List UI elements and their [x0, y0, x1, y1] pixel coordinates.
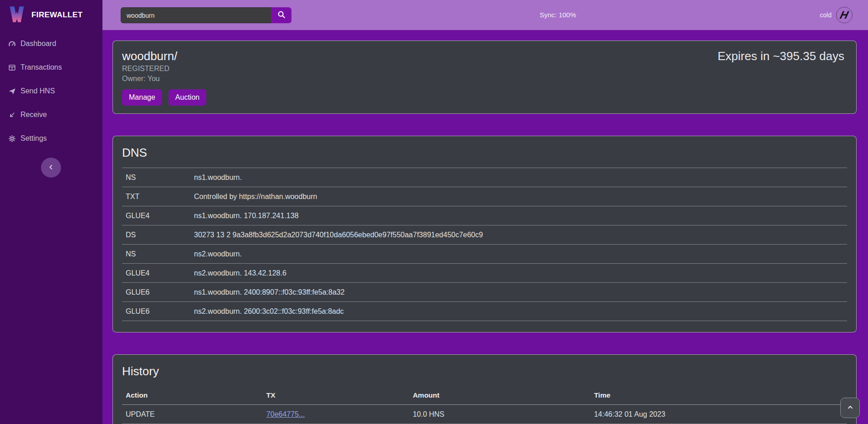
- sidebar-nav: Dashboard Transactions Send HNS: [0, 34, 102, 148]
- dns-record-row: DS 30273 13 2 9a3a8fb3d625d2a2073d740f10…: [122, 225, 847, 245]
- column-header-time: Time: [590, 386, 847, 405]
- column-header-action: Action: [122, 386, 263, 405]
- sidebar-item-send-hns[interactable]: Send HNS: [0, 81, 102, 101]
- firewallet-logo-icon: [8, 5, 26, 26]
- sidebar-item-settings[interactable]: Settings: [0, 128, 102, 148]
- record-type: GLUE4: [122, 206, 190, 225]
- collapse-sidebar-button[interactable]: [41, 158, 61, 178]
- send-icon: [8, 87, 16, 95]
- sidebar-item-label: Transactions: [20, 63, 62, 72]
- record-value: ns2.woodburn. 2600:3c02::f03c:93ff:fe5a:…: [190, 302, 847, 321]
- sidebar-item-label: Send HNS: [20, 87, 55, 95]
- scroll-top-button[interactable]: [840, 398, 860, 418]
- status-badge: REGISTERED: [122, 64, 206, 73]
- page-title: woodburn/: [122, 49, 206, 63]
- sidebar-item-label: Receive: [20, 111, 47, 119]
- tx-cell: 70e64775...: [263, 405, 409, 424]
- dns-record-row: GLUE4 ns2.woodburn. 143.42.128.6: [122, 264, 847, 283]
- history-header-row: Action TX Amount Time: [122, 386, 847, 405]
- dns-record-row: NS ns2.woodburn.: [122, 245, 847, 264]
- sidebar: FIREWALLET Dashboard Transactions: [0, 0, 102, 424]
- history-row: UPDATE 70e64775... 10.0 HNS 14:46:32 01 …: [122, 405, 847, 424]
- record-value: ns2.woodburn. 143.42.128.6: [190, 264, 847, 283]
- wallet-indicator: cold H: [820, 0, 853, 30]
- owner-label: Owner: You: [122, 74, 206, 83]
- record-type: NS: [122, 168, 190, 187]
- table-icon: [8, 64, 16, 72]
- chevron-left-icon: [47, 163, 55, 172]
- column-header-amount: Amount: [409, 386, 590, 405]
- dns-record-row: GLUE4 ns1.woodburn. 170.187.241.138: [122, 206, 847, 225]
- record-type: GLUE6: [122, 302, 190, 321]
- record-value: Controlled by https://nathan.woodburn: [190, 187, 847, 206]
- dns-table: NS ns1.woodburn. TXT Controlled by https…: [122, 168, 847, 321]
- search-input[interactable]: [121, 7, 271, 23]
- column-header-tx: TX: [263, 386, 409, 405]
- sidebar-item-transactions[interactable]: Transactions: [0, 57, 102, 77]
- action-cell: UPDATE: [122, 405, 263, 424]
- dns-record-row: GLUE6 ns1.woodburn. 2400:8907::f03c:93ff…: [122, 283, 847, 302]
- record-type: DS: [122, 225, 190, 245]
- history-card: History Action TX Amount Time UPDATE 70e…: [112, 354, 857, 424]
- brand-name: FIREWALLET: [31, 10, 83, 20]
- record-value: ns1.woodburn.: [190, 168, 847, 187]
- sync-status: Sync: 100%: [540, 0, 576, 30]
- sidebar-item-label: Settings: [20, 134, 47, 143]
- dns-record-row: NS ns1.woodburn.: [122, 168, 847, 187]
- topbar: Sync: 100% cold H: [102, 0, 868, 30]
- gear-icon: [8, 135, 16, 143]
- dns-section-title: DNS: [122, 145, 847, 160]
- amount-cell: 10.0 HNS: [409, 405, 590, 424]
- dns-card: DNS NS ns1.woodburn. TXT Controlled by h…: [112, 136, 857, 332]
- gauge-icon: [8, 40, 16, 48]
- receive-icon: [8, 111, 16, 119]
- sidebar-item-label: Dashboard: [20, 40, 56, 48]
- expiry-label: Expires in ~395.35 days: [718, 49, 844, 113]
- tx-link[interactable]: 70e64775...: [266, 410, 305, 418]
- dns-record-row: TXT Controlled by https://nathan.woodbur…: [122, 187, 847, 206]
- sidebar-item-dashboard[interactable]: Dashboard: [0, 34, 102, 54]
- history-table: Action TX Amount Time UPDATE 70e64775...…: [122, 386, 847, 424]
- wallet-avatar[interactable]: H: [836, 7, 853, 23]
- handshake-icon: H: [839, 8, 850, 22]
- record-value: 30273 13 2 9a3a8fb3d625d2a2073d740f10da6…: [190, 225, 847, 245]
- search-button[interactable]: [271, 7, 291, 23]
- record-type: NS: [122, 245, 190, 264]
- record-type: GLUE6: [122, 283, 190, 302]
- domain-card: woodburn/ REGISTERED Owner: You Manage A…: [112, 41, 857, 114]
- time-cell: 14:46:32 01 Aug 2023: [590, 405, 847, 424]
- sidebar-item-receive[interactable]: Receive: [0, 105, 102, 125]
- record-type: TXT: [122, 187, 190, 206]
- record-value: ns2.woodburn.: [190, 245, 847, 264]
- main-content: woodburn/ REGISTERED Owner: You Manage A…: [102, 30, 868, 424]
- auction-button[interactable]: Auction: [168, 89, 206, 106]
- dns-record-row: GLUE6 ns2.woodburn. 2600:3c02::f03c:93ff…: [122, 302, 847, 321]
- search-group: [121, 7, 291, 23]
- brand-row[interactable]: FIREWALLET: [0, 0, 102, 30]
- wallet-name-label: cold: [820, 11, 832, 19]
- manage-button[interactable]: Manage: [122, 89, 162, 106]
- history-section-title: History: [122, 364, 847, 378]
- domain-info: woodburn/ REGISTERED Owner: You Manage A…: [122, 49, 206, 113]
- chevron-up-icon: [847, 404, 854, 412]
- record-value: ns1.woodburn. 170.187.241.138: [190, 206, 847, 225]
- record-type: GLUE4: [122, 264, 190, 283]
- domain-actions: Manage Auction: [122, 89, 206, 106]
- record-value: ns1.woodburn. 2400:8907::f03c:93ff:fe5a:…: [190, 283, 847, 302]
- search-icon: [277, 10, 286, 20]
